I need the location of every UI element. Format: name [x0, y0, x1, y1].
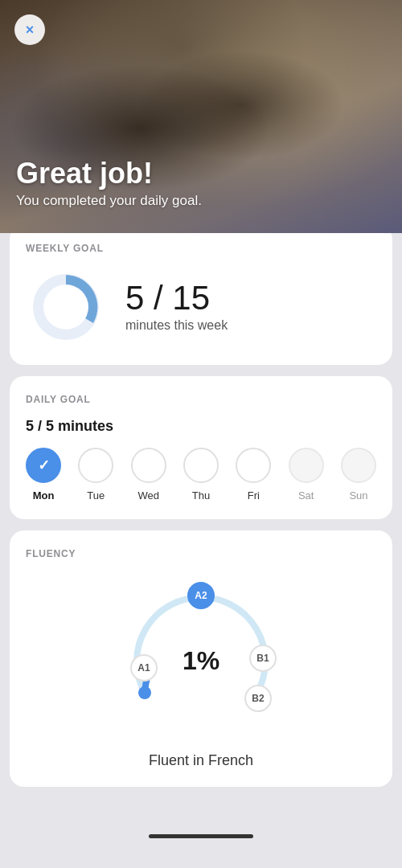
day-label-tue: Tue	[78, 489, 113, 502]
daily-fraction: 5 / 5 minutes	[26, 418, 376, 435]
cards-container: WEEKLY GOAL 5 / 15 minutes this week	[0, 225, 402, 814]
weekly-stats-block: 5 / 15 minutes this week	[125, 281, 376, 333]
weekly-pie-chart	[26, 267, 106, 347]
day-label-thu: Thu	[183, 489, 219, 502]
day-circle-wed	[131, 448, 166, 483]
hero-section: × Great job! You completed your daily go…	[0, 0, 402, 233]
day-circle-thu	[183, 448, 219, 483]
level-badge-a1: A1	[130, 654, 158, 682]
day-circle-sun	[341, 448, 376, 483]
day-label-mon: Mon	[26, 489, 61, 502]
hero-title: Great job!	[16, 158, 202, 190]
hero-text-block: Great job! You completed your daily goal…	[16, 158, 202, 209]
day-labels-row: Mon Tue Wed Thu Fri Sat Sun	[26, 489, 376, 502]
daily-goal-card: DAILY GOAL 5 / 5 minutes ✓ Mon Tue Wed T…	[10, 376, 392, 519]
weekly-goal-content: 5 / 15 minutes this week	[26, 267, 376, 347]
level-badge-b1: B1	[249, 645, 277, 672]
level-badge-a2: A2	[187, 582, 215, 609]
fluency-card: FLUENCY A1 A2	[10, 530, 392, 787]
fluency-label: FLUENCY	[26, 548, 376, 559]
fluency-language-label: Fluent in French	[149, 752, 253, 769]
days-circles-row: ✓	[26, 448, 376, 483]
day-label-fri: Fri	[236, 489, 271, 502]
day-label-sun: Sun	[341, 489, 376, 502]
weekly-goal-label: WEEKLY GOAL	[26, 243, 376, 254]
level-badge-b2: B2	[244, 685, 272, 712]
close-button[interactable]: ×	[14, 14, 45, 45]
svg-point-2	[43, 285, 88, 330]
daily-goal-label: DAILY GOAL	[26, 394, 376, 405]
day-label-wed: Wed	[131, 489, 166, 502]
day-circle-fri	[236, 448, 271, 483]
weekly-fraction: 5 / 15	[125, 281, 376, 315]
close-icon: ×	[26, 22, 35, 39]
fluency-content: A1 A2 B1 B2 1% Fluent in French	[26, 572, 376, 769]
weekly-unit: minutes this week	[125, 318, 376, 333]
fluency-percent: 1%	[183, 646, 219, 676]
home-bar	[149, 834, 253, 838]
hero-subtitle: You completed your daily goal.	[16, 193, 202, 209]
svg-point-3	[138, 686, 151, 699]
home-indicator	[0, 814, 402, 846]
check-icon: ✓	[38, 457, 50, 474]
weekly-goal-card: WEEKLY GOAL 5 / 15 minutes this week	[10, 225, 392, 365]
fluency-chart: A1 A2 B1 B2 1%	[121, 580, 281, 741]
day-circle-mon: ✓	[26, 448, 61, 483]
day-label-sat: Sat	[289, 489, 324, 502]
day-circle-sat	[289, 448, 324, 483]
day-circle-tue	[78, 448, 113, 483]
